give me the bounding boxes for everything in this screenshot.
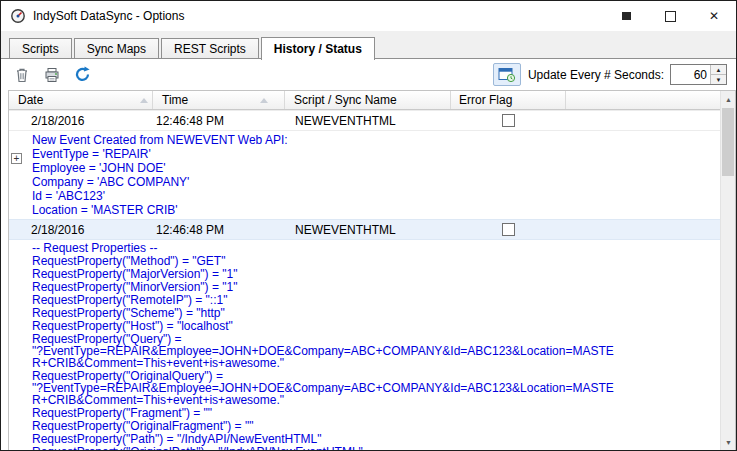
auto-update-icon [498, 67, 516, 83]
scroll-up-icon: ▲ [725, 96, 732, 103]
update-interval-group: Update Every # Seconds: ▲ ▼ [493, 63, 727, 86]
cell-time: 12:46:48 PM [153, 223, 285, 237]
detail-line: Company = 'ABC COMPANY' [32, 175, 720, 189]
spin-down-icon: ▼ [716, 77, 722, 83]
maximize-button[interactable] [648, 1, 692, 31]
close-button[interactable]: ✕ [692, 1, 736, 31]
column-header-time-label: Time [162, 93, 188, 107]
refresh-icon [73, 65, 92, 84]
column-header-date[interactable]: Date [9, 91, 153, 109]
cell-date: 2/18/2016 [9, 223, 153, 237]
spinner-buttons: ▲ ▼ [710, 65, 726, 84]
trash-icon [13, 66, 31, 84]
refresh-button[interactable] [70, 63, 94, 87]
printer-icon [43, 66, 61, 84]
column-header-date-label: Date [18, 93, 43, 107]
cell-error-flag [451, 114, 566, 127]
spin-up-icon: ▲ [716, 67, 722, 73]
row-detail: -- Request Properties -- RequestProperty… [9, 240, 720, 450]
minimize-icon [622, 12, 631, 20]
cell-date: 2/18/2016 [9, 114, 153, 128]
tab-scripts[interactable]: Scripts [9, 38, 72, 58]
expand-row-button[interactable]: + [11, 153, 22, 164]
detail-line: Id = 'ABC123' [32, 189, 720, 203]
window-controls: ✕ [604, 1, 736, 31]
error-flag-checkbox[interactable] [502, 223, 515, 236]
sort-ascending-icon [260, 98, 268, 103]
spin-up-button[interactable]: ▲ [711, 65, 726, 74]
tab-sync-maps[interactable]: Sync Maps [74, 38, 159, 58]
cell-time: 12:46:48 PM [153, 114, 285, 128]
table-row[interactable]: 2/18/2016 12:46:48 PM NEWEVENTHTML [9, 219, 720, 240]
column-header-script-label: Script / Sync Name [294, 93, 397, 107]
delete-button[interactable] [10, 63, 34, 87]
sort-ascending-icon [140, 98, 148, 103]
scroll-down-button[interactable]: ▼ [721, 434, 736, 450]
row-detail: + New Event Created from NEWEVENT Web AP… [9, 131, 720, 219]
minimize-button[interactable] [604, 1, 648, 31]
spin-down-button[interactable]: ▼ [711, 74, 726, 84]
detail-line: RequestProperty("OriginalPath") = "/Indy… [32, 446, 720, 450]
app-icon [10, 8, 26, 24]
column-header-error-flag[interactable]: Error Flag [451, 91, 566, 109]
vertical-scrollbar[interactable]: ▲ ▼ [720, 91, 735, 450]
detail-line: EventType = 'REPAIR' [32, 147, 720, 161]
grid-header: Date Time Script / Sync Name Error Flag [9, 91, 720, 110]
titlebar: IndySoft DataSync - Options ✕ [1, 1, 736, 31]
table-row[interactable]: 2/18/2016 12:46:48 PM NEWEVENTHTML [9, 110, 720, 131]
tab-page: Update Every # Seconds: ▲ ▼ [1, 58, 736, 450]
scrollbar-thumb[interactable] [722, 108, 734, 176]
detail-line: Employee = 'JOHN DOE' [32, 161, 720, 175]
print-button[interactable] [40, 63, 64, 87]
options-window: IndySoft DataSync - Options ✕ [0, 0, 737, 451]
window-title: IndySoft DataSync - Options [33, 9, 184, 23]
tab-rest-scripts[interactable]: REST Scripts [161, 38, 259, 58]
tab-history-status[interactable]: History / Status [261, 37, 375, 60]
error-flag-checkbox[interactable] [502, 114, 515, 127]
tab-bar: Scripts Sync Maps REST Scripts History /… [9, 37, 377, 59]
maximize-icon [665, 11, 676, 22]
update-seconds-input[interactable] [671, 65, 710, 84]
detail-line: Location = 'MASTER CRIB' [32, 203, 720, 217]
cell-error-flag [451, 223, 566, 236]
update-seconds-label: Update Every # Seconds: [528, 68, 664, 82]
grid-body: Date Time Script / Sync Name Error Flag [9, 91, 720, 450]
detail-line: New Event Created from NEWEVENT Web API: [32, 133, 720, 147]
column-header-script[interactable]: Script / Sync Name [285, 91, 451, 109]
column-header-error-label: Error Flag [459, 93, 512, 107]
cell-script-name: NEWEVENTHTML [285, 114, 451, 128]
update-seconds-spinbox: ▲ ▼ [670, 64, 727, 85]
history-grid: Date Time Script / Sync Name Error Flag [8, 90, 736, 450]
toolbar: Update Every # Seconds: ▲ ▼ [1, 59, 736, 90]
close-icon: ✕ [709, 9, 719, 23]
auto-update-toggle[interactable] [493, 63, 521, 86]
column-header-time[interactable]: Time [153, 91, 285, 109]
cell-script-name: NEWEVENTHTML [285, 223, 451, 237]
column-header-filler [566, 91, 720, 109]
scroll-down-icon: ▼ [725, 439, 732, 446]
scroll-up-button[interactable]: ▲ [721, 91, 736, 107]
